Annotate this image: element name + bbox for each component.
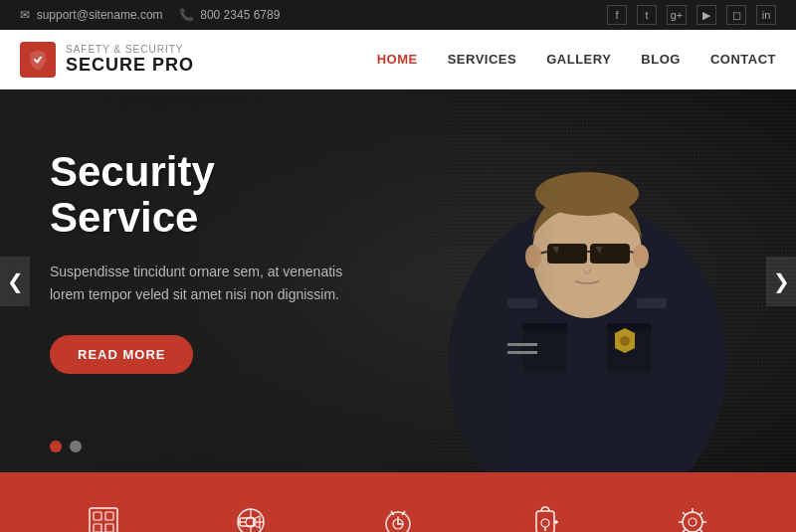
top-bar-contact: ✉ support@sitename.com 📞 800 2345 6789	[20, 8, 280, 22]
access-icon	[525, 502, 565, 532]
hero-description: Suspendisse tincidunt ornare sem, at ven…	[50, 261, 368, 305]
service-access[interactable]	[525, 502, 565, 532]
social-instagram[interactable]: ◻	[726, 5, 746, 25]
email-contact: ✉ support@sitename.com	[20, 8, 163, 22]
nav-gallery[interactable]: GALLERY	[546, 52, 611, 67]
main-nav: HOME SERVICES GALLERY BLOG CONTACT	[377, 52, 776, 67]
social-links: f t g+ ▶ ◻ in	[607, 5, 776, 25]
social-youtube[interactable]: ▶	[696, 5, 716, 25]
read-more-button[interactable]: READ MORE	[50, 335, 193, 374]
svg-line-51	[683, 512, 686, 515]
svg-line-53	[699, 512, 702, 515]
nav-blog[interactable]: BLOG	[641, 52, 681, 67]
service-control-panel[interactable]	[84, 502, 123, 532]
nav-home[interactable]: HOME	[377, 52, 418, 67]
slider-dot-1[interactable]	[50, 441, 62, 452]
slider-next-arrow[interactable]: ❯	[766, 257, 796, 306]
control-panel-icon	[84, 502, 123, 532]
top-bar: ✉ support@sitename.com 📞 800 2345 6789 f…	[0, 0, 796, 30]
services-bar	[0, 472, 796, 532]
logo-text: Safety & Security SECURE PRO	[66, 44, 194, 76]
slider-prev-arrow[interactable]: ❮	[0, 257, 30, 306]
email-icon: ✉	[20, 8, 30, 22]
social-facebook[interactable]: f	[607, 5, 627, 25]
hero-title: Security Service	[50, 149, 368, 241]
social-twitter[interactable]: t	[637, 5, 657, 25]
slider-dot-2[interactable]	[70, 441, 82, 452]
arrow-right-icon: ❯	[773, 269, 790, 293]
service-cctv[interactable]	[231, 502, 271, 532]
svg-rect-25	[94, 524, 101, 532]
svg-rect-23	[94, 512, 101, 520]
svg-point-55	[689, 518, 696, 526]
social-gplus[interactable]: g+	[667, 5, 687, 25]
svg-point-42	[541, 519, 549, 527]
social-linkedin[interactable]: in	[756, 5, 776, 25]
logo-title: SECURE PRO	[66, 55, 194, 76]
header: Safety & Security SECURE PRO HOME SERVIC…	[0, 30, 796, 89]
nav-services[interactable]: SERVICES	[448, 52, 517, 67]
hero-section: Security Service Suspendisse tincidunt o…	[0, 89, 796, 472]
svg-rect-24	[105, 512, 113, 520]
svg-rect-26	[105, 524, 113, 532]
logo[interactable]: Safety & Security SECURE PRO	[20, 42, 194, 78]
phone-icon: 📞	[179, 8, 194, 22]
logo-subtitle: Safety & Security	[66, 44, 194, 55]
arrow-left-icon: ❮	[7, 269, 24, 293]
service-emergency[interactable]	[673, 502, 712, 532]
alarm-icon	[378, 502, 418, 532]
nav-contact[interactable]: CONTACT	[710, 52, 776, 67]
hero-content: Security Service Suspendisse tincidunt o…	[0, 89, 418, 434]
emergency-icon	[673, 502, 712, 532]
cctv-icon	[231, 502, 271, 532]
phone-contact: 📞 800 2345 6789	[179, 8, 281, 22]
service-alarm[interactable]	[378, 502, 418, 532]
logo-icon	[20, 42, 56, 78]
slider-dots	[50, 441, 82, 452]
